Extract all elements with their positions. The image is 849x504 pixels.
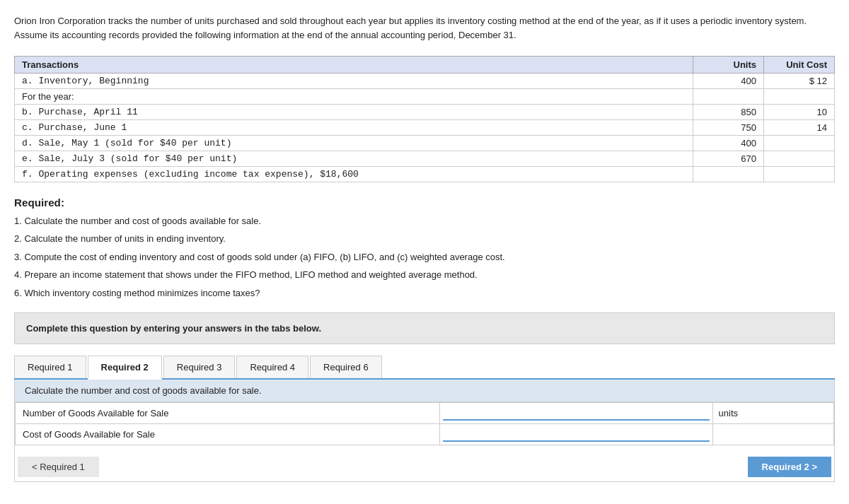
transaction-units-2: 850 bbox=[693, 105, 764, 120]
transaction-cost-2: 10 bbox=[764, 105, 835, 120]
transaction-table: Transactions Units Unit Cost a. Inventor… bbox=[14, 56, 835, 182]
required-item-3: 4. Prepare an income statement that show… bbox=[14, 266, 835, 283]
input-field-1[interactable] bbox=[443, 427, 710, 442]
tab-req6[interactable]: Required 6 bbox=[310, 356, 382, 378]
transaction-units-0: 400 bbox=[693, 74, 764, 89]
transaction-units-3: 750 bbox=[693, 120, 764, 136]
transaction-units-1 bbox=[693, 89, 764, 105]
input-cell-0[interactable] bbox=[439, 402, 712, 423]
transaction-cost-6 bbox=[764, 167, 835, 182]
col-header-units: Units bbox=[693, 57, 764, 74]
transaction-label-1: For the year: bbox=[15, 89, 693, 105]
transaction-cost-5 bbox=[764, 151, 835, 167]
required-item-2: 3. Compute the cost of ending inventory … bbox=[14, 249, 835, 265]
tab-req1[interactable]: Required 1 bbox=[14, 356, 86, 378]
col-header-transactions: Transactions bbox=[15, 57, 693, 74]
transaction-cost-4 bbox=[764, 136, 835, 151]
next-button[interactable]: Required 2 > bbox=[748, 457, 831, 477]
required-item-1: 2. Calculate the number of units in endi… bbox=[14, 230, 835, 247]
required-section: Required: 1. Calculate the number and co… bbox=[14, 197, 835, 301]
prev-button[interactable]: < Required 1 bbox=[18, 457, 99, 477]
tab-req2[interactable]: Required 2 bbox=[88, 356, 162, 380]
tabs-row: Required 1Required 2Required 3Required 4… bbox=[14, 356, 835, 380]
required-item-4: 6. Which inventory costing method minimi… bbox=[14, 285, 835, 301]
input-table: Number of Goods Available for SaleunitsC… bbox=[15, 402, 834, 445]
required-title: Required: bbox=[14, 197, 835, 209]
input-cell-1[interactable] bbox=[439, 423, 712, 445]
unit-cell-0: units bbox=[712, 402, 833, 423]
transaction-label-4: d. Sale, May 1 (sold for $40 per unit) bbox=[15, 136, 693, 151]
required-item-0: 1. Calculate the number and cost of good… bbox=[14, 213, 835, 229]
transaction-label-3: c. Purchase, June 1 bbox=[15, 120, 693, 136]
tab-content-header: Calculate the number and cost of goods a… bbox=[15, 380, 834, 402]
required-list: 1. Calculate the number and cost of good… bbox=[14, 213, 835, 301]
col-header-unit-cost: Unit Cost bbox=[764, 57, 835, 74]
transaction-units-5: 670 bbox=[693, 151, 764, 167]
tab-req4[interactable]: Required 4 bbox=[236, 356, 308, 378]
transaction-label-2: b. Purchase, April 11 bbox=[15, 105, 693, 120]
tab-content: Calculate the number and cost of goods a… bbox=[14, 380, 835, 482]
complete-box: Complete this question by entering your … bbox=[14, 312, 835, 344]
transaction-units-4: 400 bbox=[693, 136, 764, 151]
tab-req3[interactable]: Required 3 bbox=[163, 356, 236, 378]
bottom-nav: < Required 1 Required 2 > bbox=[15, 452, 834, 481]
transaction-cost-3: 14 bbox=[764, 120, 835, 136]
input-row-label-1: Cost of Goods Available for Sale bbox=[16, 423, 440, 445]
transaction-label-0: a. Inventory, Beginning bbox=[15, 74, 693, 89]
input-field-0[interactable] bbox=[443, 406, 710, 421]
transaction-cost-0: $ 12 bbox=[764, 74, 835, 89]
intro-text: Orion Iron Corporation tracks the number… bbox=[14, 14, 835, 42]
input-row-label-0: Number of Goods Available for Sale bbox=[16, 402, 440, 423]
transaction-label-5: e. Sale, July 3 (sold for $40 per unit) bbox=[15, 151, 693, 167]
transaction-label-6: f. Operating expenses (excluding income … bbox=[15, 167, 693, 182]
transaction-cost-1 bbox=[764, 89, 835, 105]
transaction-units-6 bbox=[693, 167, 764, 182]
unit-cell-1 bbox=[712, 423, 833, 445]
